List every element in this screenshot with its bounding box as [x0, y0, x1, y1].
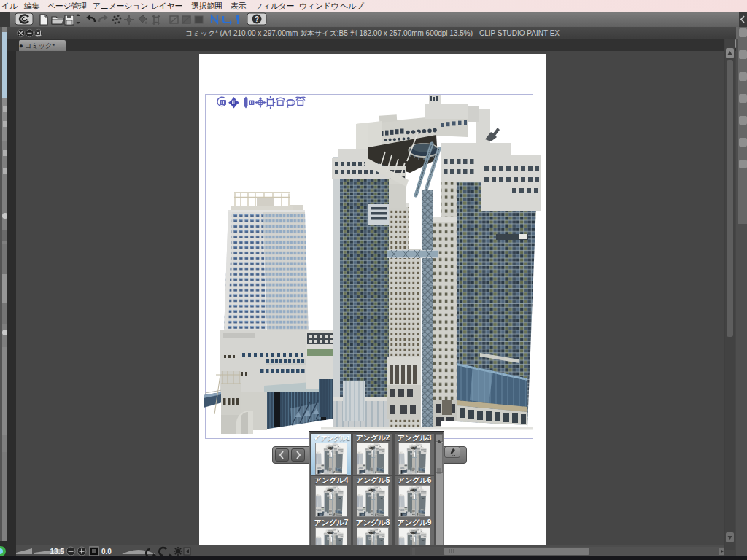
svg-text:?: ? — [255, 15, 259, 23]
svg-text:0.0: 0.0 — [101, 548, 112, 556]
svg-text:13.5: 13.5 — [50, 548, 65, 556]
